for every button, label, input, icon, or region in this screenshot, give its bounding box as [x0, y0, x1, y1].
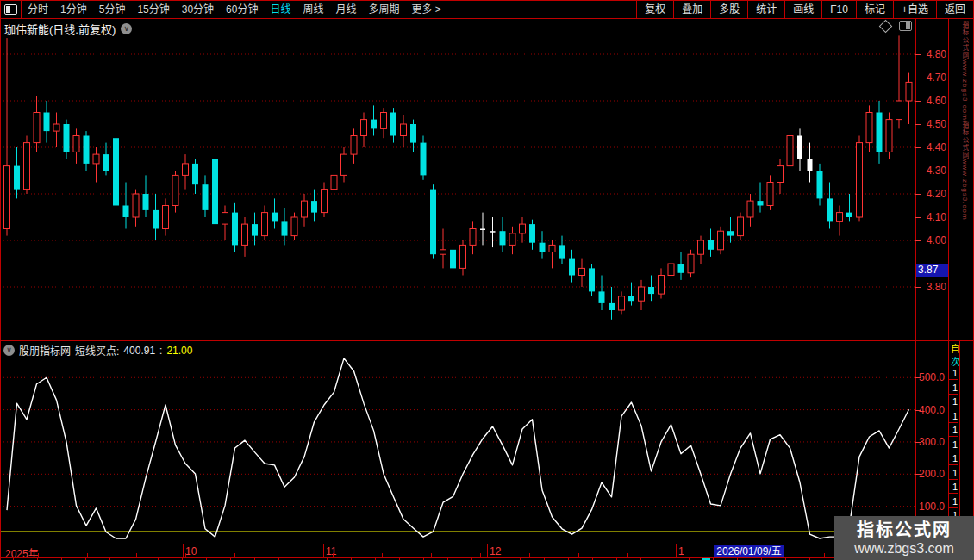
panel-divider: [0, 340, 974, 341]
diamond-marker-icon: [879, 19, 893, 33]
toolbar-divider: [0, 18, 974, 19]
panel-layout-icon[interactable]: [899, 21, 912, 31]
toolbar-actions: 复权叠加多股统计画线F10标记+自选返回: [636, 1, 974, 18]
indicator-source: 股朋指标网: [19, 343, 71, 358]
toolbar-button-+自选[interactable]: +自选: [893, 1, 936, 18]
toolbar-button-F10[interactable]: F10: [821, 1, 856, 18]
period-tab-15分钟[interactable]: 15分钟: [131, 1, 175, 18]
strip-one-sep: [949, 379, 958, 380]
month-separator: [487, 544, 488, 557]
price-label-3.80: 3.80: [917, 281, 946, 293]
price-axis-border: [915, 18, 916, 544]
price-tick: [915, 101, 921, 102]
strip-one: 1: [952, 439, 958, 450]
strip-one: 1: [952, 411, 958, 421]
strip-one: 1: [952, 482, 958, 492]
price-tick: [915, 78, 921, 78]
price-label-4.30: 4.30: [917, 165, 946, 177]
period-tab-30分钟[interactable]: 30分钟: [176, 1, 220, 18]
month-separator: [323, 544, 324, 557]
period-toolbar: 分时1分钟5分钟15分钟30分钟60分钟日线周线月线多周期更多 > 复权叠加多股…: [0, 0, 974, 18]
indicator-tick: [915, 474, 921, 475]
chart-corner-icons: [881, 21, 912, 31]
indicator-tick: [915, 507, 921, 507]
indicator-threshold: 21.00: [166, 345, 192, 357]
period-tabs: 分时1分钟5分钟15分钟30分钟60分钟日线周线月线多周期更多 >: [22, 1, 447, 18]
indicator-tick: [915, 410, 921, 411]
indicator-value: 400.91: [123, 345, 155, 357]
period-tab-分时[interactable]: 分时: [22, 1, 54, 18]
indicator-chart[interactable]: [0, 356, 915, 544]
strip-one-sep: [949, 464, 958, 465]
indicator-header: ∨ 股朋指标网 短线买点: 400.91 : 21.00: [3, 343, 192, 358]
month-separator: [183, 544, 184, 557]
period-tab-日线[interactable]: 日线: [264, 1, 297, 18]
strip-one-sep: [949, 408, 958, 408]
indicator-separator: :: [159, 345, 162, 357]
toolbar-button-返回[interactable]: 返回: [936, 1, 974, 18]
price-label-4.80: 4.80: [917, 48, 946, 60]
strip-one-sep: [949, 422, 958, 423]
price-label-4.10: 4.10: [917, 211, 946, 223]
date-axis: 2025年 1011121: [0, 544, 974, 557]
strip-one: 1: [952, 496, 958, 507]
vertical-watermark-text: 指标公式网www.zbgs3.com指标公式网www.zbgs3.com: [960, 21, 970, 338]
layout-icon: [4, 4, 17, 15]
watermark-title: 指标公式网: [857, 520, 952, 540]
period-tab-多周期[interactable]: 多周期: [363, 1, 406, 18]
indicator-name: 短线买点:: [75, 343, 119, 358]
collapse-icon[interactable]: ∨: [3, 345, 15, 356]
trading-app-window: 分时1分钟5分钟15分钟30分钟60分钟日线周线月线多周期更多 > 复权叠加多股…: [0, 0, 974, 560]
month-label-12: 12: [490, 545, 501, 557]
indicator-tick: [915, 377, 921, 378]
right-clipped-panel: 指标公式网www.zbgs3.com指标公式网www.zbgs3.com 自 次…: [949, 19, 974, 560]
period-tab-5分钟[interactable]: 5分钟: [93, 1, 132, 18]
toolbar-button-标记[interactable]: 标记: [856, 1, 893, 18]
selected-date-badge: 2026/01/09/五: [714, 545, 784, 557]
strip-one-sep: [949, 394, 958, 395]
price-tick: [915, 124, 921, 125]
month-label-11: 11: [326, 545, 336, 557]
toolbar-button-多股[interactable]: 多股: [710, 1, 747, 18]
strip-one-sep: [949, 479, 958, 480]
period-tab-月线[interactable]: 月线: [330, 1, 363, 18]
price-label-4.70: 4.70: [917, 72, 946, 84]
month-label-1: 1: [678, 545, 684, 557]
strip-inner-border: [959, 340, 960, 544]
strip-one-sep: [949, 436, 958, 437]
strip-one: 1: [952, 425, 958, 435]
price-tick: [915, 147, 921, 148]
period-tab-周线[interactable]: 周线: [297, 1, 329, 18]
toolbar-button-画线[interactable]: 画线: [784, 1, 821, 18]
strip-one-sep: [949, 493, 958, 494]
price-tick: [915, 287, 921, 288]
strip-one-sep: [949, 507, 958, 508]
price-tick: [915, 240, 921, 241]
price-label-4.50: 4.50: [917, 118, 946, 130]
price-label-4.60: 4.60: [917, 95, 946, 107]
strip-one: 1: [952, 396, 958, 407]
price-label-4.00: 4.00: [917, 234, 946, 246]
price-tick: [915, 54, 921, 55]
period-tab-1分钟[interactable]: 1分钟: [54, 1, 93, 18]
toolbar-button-统计[interactable]: 统计: [747, 1, 784, 18]
indicator-tick: [915, 442, 921, 443]
layout-toggle-button[interactable]: [0, 1, 22, 18]
window-left-border: [0, 0, 1, 560]
price-label-4.20: 4.20: [917, 188, 946, 200]
strip-one: 1: [952, 468, 958, 478]
strip-one: 1: [952, 383, 958, 393]
price-label-4.40: 4.40: [917, 141, 946, 153]
price-tick: [915, 171, 921, 171]
period-tab-更多 >[interactable]: 更多 >: [406, 1, 447, 18]
toolbar-button-叠加[interactable]: 叠加: [673, 1, 710, 18]
candlestick-chart[interactable]: [0, 33, 915, 339]
period-tab-60分钟[interactable]: 60分钟: [220, 1, 264, 18]
site-watermark: 指标公式网 www.zbgs3.com: [834, 516, 974, 560]
strip-one-sep: [949, 451, 958, 451]
toolbar-button-复权[interactable]: 复权: [636, 1, 673, 18]
watermark-url: www.zbgs3.com: [854, 540, 954, 557]
date-axis-bottom-border: [0, 557, 974, 558]
current-price-badge: 3.87: [916, 264, 949, 277]
strip-one: 1: [952, 368, 958, 378]
